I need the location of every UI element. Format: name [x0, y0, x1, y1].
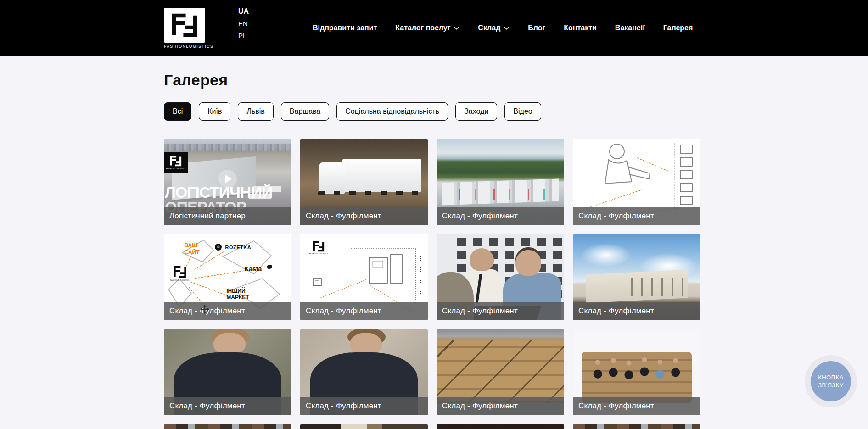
fashionlogistics-logo-icon: FASHIONLOGISTICS	[309, 240, 328, 255]
gallery-item[interactable]: ВАШ САЙТ ☺ ROZETKA Kasta ІНШИЙ МАРКЕТ FA…	[164, 234, 291, 320]
gallery-item[interactable]: FASHIONLOGISTICS Склад - Фулфілмент	[300, 234, 428, 320]
filter-warsaw[interactable]: Варшава	[281, 102, 329, 121]
gallery-grid: FASHIONLOGISTICS ЛОГІСТИЧНИЙ ОПЕРАТОР Ло…	[164, 139, 701, 429]
gallery-page: FASHIONLOGISTICS UA EN PL Відправити зап…	[0, 0, 868, 429]
nav-warehouse[interactable]: Склад	[478, 24, 510, 32]
nav-vacancies[interactable]: Вакансії	[615, 24, 645, 32]
gallery-item-caption: Склад - Фулфілмент	[300, 302, 428, 320]
gallery-item[interactable]: Склад - Фулфілмент	[437, 329, 564, 415]
page-title: Галерея	[164, 71, 701, 89]
lang-pl[interactable]: PL	[238, 32, 249, 39]
gallery-item[interactable]	[437, 424, 564, 429]
gallery-item[interactable]	[300, 424, 428, 429]
gallery-item-caption: Склад - Фулфілмент	[573, 397, 700, 415]
lang-en[interactable]: EN	[238, 20, 249, 28]
filter-video[interactable]: Відео	[504, 102, 541, 121]
lang-ua[interactable]: UA	[238, 7, 249, 16]
nav-send-request[interactable]: Відправити запит	[313, 24, 377, 32]
gallery-item-caption: Склад - Фулфілмент	[573, 302, 700, 320]
gallery-content: Галерея Всі Київ Львів Варшава Соціальна…	[164, 56, 701, 429]
gallery-item[interactable]	[573, 424, 700, 429]
nav-blog[interactable]: Блог	[528, 24, 545, 32]
fashionlogistics-logo-icon: FASHIONLOGISTICS	[164, 152, 188, 173]
filter-all[interactable]: Всі	[164, 102, 191, 121]
gallery-item[interactable]: Склад - Фулфілмент	[164, 329, 291, 415]
photo-thumbnail	[437, 424, 564, 429]
gallery-item-caption: Склад - Фулфілмент	[437, 397, 564, 415]
gallery-item[interactable]: Склад - Фулфілмент	[437, 139, 564, 225]
nav-contacts[interactable]: Контакти	[564, 24, 597, 32]
diagram-label-kasta: Kasta	[244, 265, 262, 273]
diagram-label-rozetka: ROZETKA	[225, 245, 251, 250]
fashionlogistics-logo-icon	[164, 8, 205, 43]
photo-thumbnail	[573, 424, 700, 429]
main-nav: Відправити запит Каталог послуг Склад Бл…	[313, 0, 693, 56]
diagram-label-your-site: ВАШ САЙТ	[184, 242, 199, 256]
gallery-item[interactable]	[164, 424, 291, 429]
filter-kyiv[interactable]: Київ	[199, 102, 230, 121]
language-switcher: UA EN PL	[238, 7, 249, 39]
gallery-item-caption: Логістичний партнер	[164, 207, 291, 225]
nav-gallery[interactable]: Галерея	[663, 24, 693, 32]
gallery-filters: Всі Київ Львів Варшава Соціальна відпові…	[164, 102, 701, 121]
chevron-down-icon	[504, 26, 510, 30]
filter-lviv[interactable]: Львів	[238, 102, 273, 121]
filter-social-responsibility[interactable]: Соціальна відповідальність	[336, 102, 448, 121]
gallery-item-caption: Склад - Фулфілмент	[164, 397, 291, 415]
gallery-item-video[interactable]: FASHIONLOGISTICS ЛОГІСТИЧНИЙ ОПЕРАТОР Ло…	[164, 139, 291, 225]
gallery-item-caption: Склад - Фулфілмент	[437, 207, 564, 225]
gallery-item-caption: Склад - Фулфілмент	[164, 302, 291, 320]
gallery-item[interactable]: Склад - Фулфілмент	[437, 234, 564, 320]
play-icon[interactable]	[218, 170, 237, 188]
site-header: FASHIONLOGISTICS UA EN PL Відправити зап…	[0, 0, 868, 56]
brand-logo[interactable]: FASHIONLOGISTICS	[164, 8, 205, 49]
gallery-item[interactable]: Склад - Фулфілмент	[573, 329, 700, 415]
gallery-item[interactable]: Склад - Фулфілмент	[573, 234, 700, 320]
brand-name: FASHIONLOGISTICS	[164, 44, 205, 49]
fashionlogistics-logo-icon: FASHIONLOGISTICS	[170, 265, 190, 281]
gallery-item-caption: Склад - Фулфілмент	[300, 207, 428, 225]
gallery-item[interactable]: Склад - Фулфілмент	[573, 139, 700, 225]
gallery-item-caption: Склад - Фулфілмент	[573, 207, 700, 225]
photo-thumbnail	[300, 424, 428, 429]
gallery-item[interactable]: Склад - Фулфілмент	[300, 329, 428, 415]
nav-services-catalog[interactable]: Каталог послуг	[395, 24, 459, 32]
gallery-item-caption: Склад - Фулфілмент	[300, 397, 428, 415]
filter-events[interactable]: Заходи	[455, 102, 497, 121]
diagram-label-other-market: ІНШИЙ МАРКЕТ	[226, 288, 249, 301]
rozetka-icon: ☺	[215, 244, 222, 251]
chevron-down-icon	[454, 26, 459, 30]
photo-thumbnail	[164, 424, 291, 429]
move-cursor-icon	[200, 305, 210, 317]
gallery-item-caption: Склад - Фулфілмент	[437, 302, 564, 320]
contact-widget-button[interactable]: КНОПКА ЗВ'ЯЗКУ	[811, 361, 851, 401]
gallery-item[interactable]: Склад - Фулфілмент	[300, 139, 428, 225]
